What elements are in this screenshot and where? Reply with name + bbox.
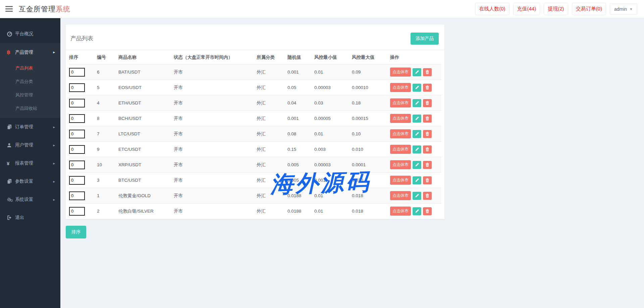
product-id: 10 xyxy=(97,157,118,173)
delete-button[interactable] xyxy=(423,207,432,215)
delete-button[interactable] xyxy=(423,176,432,184)
sidebar-item-users[interactable]: 用户管理▸ xyxy=(0,136,60,154)
close-market-button[interactable]: 点击休市 xyxy=(390,207,411,216)
close-market-button[interactable]: 点击休市 xyxy=(390,176,411,185)
sidebar-subitem[interactable]: 风控管理 xyxy=(0,88,60,102)
sort-order-input[interactable] xyxy=(69,99,85,107)
product-category: 外汇 xyxy=(257,111,287,126)
random-value: 0.001 xyxy=(287,111,314,126)
risk-max-value: 0.010 xyxy=(352,142,390,157)
random-value: 0.0188 xyxy=(287,204,314,219)
delete-button[interactable] xyxy=(423,192,432,200)
chevron-down-icon: ▼ xyxy=(629,7,633,11)
sort-order-input[interactable] xyxy=(69,68,85,77)
close-market-button[interactable]: 点击休市 xyxy=(390,191,411,200)
delete-button[interactable] xyxy=(423,84,432,92)
row-actions: 点击休市 xyxy=(390,114,439,123)
product-status: 开市 xyxy=(174,80,257,95)
close-market-button[interactable]: 点击休市 xyxy=(390,83,411,92)
risk-max-value: 0.018 xyxy=(352,188,390,204)
product-status: 开市 xyxy=(174,188,257,204)
edit-button[interactable] xyxy=(413,192,421,200)
risk-min-value: 0.00003 xyxy=(314,157,352,173)
sidebar-subitem[interactable]: 产品分类 xyxy=(0,75,60,88)
edit-button[interactable] xyxy=(413,99,421,107)
product-status: 开市 xyxy=(174,111,257,126)
risk-max-value: 0.020 xyxy=(352,173,390,188)
close-market-button[interactable]: 点击休市 xyxy=(390,145,411,154)
close-market-button[interactable]: 点击休市 xyxy=(390,114,411,123)
product-id: 3 xyxy=(97,173,118,188)
sort-order-input[interactable] xyxy=(69,83,85,92)
sidebar-item-system[interactable]: 系统设置▸ xyxy=(0,190,60,209)
edit-button[interactable] xyxy=(413,176,421,184)
sidebar-item-overview[interactable]: 平台概况 xyxy=(0,25,60,43)
dashboard-icon xyxy=(7,31,15,37)
close-market-button[interactable]: 点击休市 xyxy=(390,68,411,77)
edit-button[interactable] xyxy=(413,161,421,169)
pencil-icon xyxy=(415,163,419,167)
delete-button[interactable] xyxy=(423,115,432,123)
edit-button[interactable] xyxy=(413,68,421,76)
delete-button[interactable] xyxy=(423,145,432,153)
app-title-accent: 系统 xyxy=(56,5,70,13)
product-status: 开市 xyxy=(174,204,257,219)
table-row: 7LTC/USDT开市外汇0.080.010.10点击休市 xyxy=(69,126,441,142)
app-title-main: 互金所管理 xyxy=(19,5,56,13)
delete-button[interactable] xyxy=(423,161,432,169)
sort-order-input[interactable] xyxy=(69,114,85,123)
pencil-icon xyxy=(415,132,419,136)
sidebar-item-label: 用户管理 xyxy=(15,142,33,148)
sort-order-input[interactable] xyxy=(69,145,85,154)
edit-button[interactable] xyxy=(413,84,421,92)
product-id: 5 xyxy=(97,80,118,95)
row-actions: 点击休市 xyxy=(390,176,439,185)
row-actions: 点击休市 xyxy=(390,129,439,138)
stat-badge-online[interactable]: 在线人数(0) xyxy=(475,3,509,15)
table-row: 2伦敦白银/SILVER开市外汇0.01880.010.018点击休市 xyxy=(69,204,441,219)
sidebar-subitem[interactable]: 产品回收站 xyxy=(0,102,60,115)
delete-button[interactable] xyxy=(423,68,432,76)
row-actions: 点击休市 xyxy=(390,145,439,154)
sort-order-input[interactable] xyxy=(69,191,85,200)
edit-button[interactable] xyxy=(413,145,421,153)
close-market-button[interactable]: 点击休市 xyxy=(390,160,411,169)
stat-badge-recharge[interactable]: 充值(44) xyxy=(513,3,540,15)
edit-button[interactable] xyxy=(413,115,421,123)
sidebar-item-label: 平台概况 xyxy=(15,31,33,37)
delete-button[interactable] xyxy=(423,99,432,107)
sort-order-input[interactable] xyxy=(69,130,85,138)
hamburger-menu-icon[interactable] xyxy=(5,6,13,12)
admin-dropdown[interactable]: admin ▼ xyxy=(610,3,637,15)
pencil-icon xyxy=(415,70,419,74)
stat-badge-orders[interactable]: 交易订单(0) xyxy=(572,3,606,15)
sidebar-item-params[interactable]: 参数设置▸ xyxy=(0,172,60,190)
risk-max-value: 0.10 xyxy=(352,126,390,142)
sidebar-item-orders[interactable]: 订单管理▸ xyxy=(0,118,60,136)
sidebar-subitem[interactable]: 产品列表 xyxy=(0,61,60,75)
sidebar-item-products[interactable]: ฿产品管理▸ xyxy=(0,43,60,61)
sort-button[interactable]: 排序 xyxy=(66,226,86,238)
product-status: 开市 xyxy=(174,95,257,111)
edit-button[interactable] xyxy=(413,207,421,215)
close-market-button[interactable]: 点击休市 xyxy=(390,129,411,138)
sort-order-input[interactable] xyxy=(69,161,85,169)
stat-badge-withdraw[interactable]: 提现(2) xyxy=(544,3,568,15)
risk-min-value: 0.01 xyxy=(314,126,352,142)
params-icon xyxy=(7,179,15,184)
trash-icon xyxy=(425,85,429,90)
column-header: 随机值 xyxy=(287,50,314,64)
pencil-icon xyxy=(415,101,419,105)
sidebar-item-logout[interactable]: 退出 xyxy=(0,209,60,227)
add-product-button[interactable]: 添加产品 xyxy=(411,33,439,45)
edit-button[interactable] xyxy=(413,130,421,138)
sort-order-input[interactable] xyxy=(69,207,85,216)
table-row: 8BCH/USDT开市外汇0.0010.000050.00015点击休市 xyxy=(69,111,441,126)
sort-order-input[interactable] xyxy=(69,176,85,185)
sidebar-item-label: 系统设置 xyxy=(15,196,33,203)
product-name: ETC/USDT xyxy=(118,142,174,157)
delete-button[interactable] xyxy=(423,130,432,138)
close-market-button[interactable]: 点击休市 xyxy=(390,98,411,107)
sidebar-item-label: 报表管理 xyxy=(15,160,33,166)
sidebar-item-reports[interactable]: ¥报表管理▸ xyxy=(0,154,60,172)
